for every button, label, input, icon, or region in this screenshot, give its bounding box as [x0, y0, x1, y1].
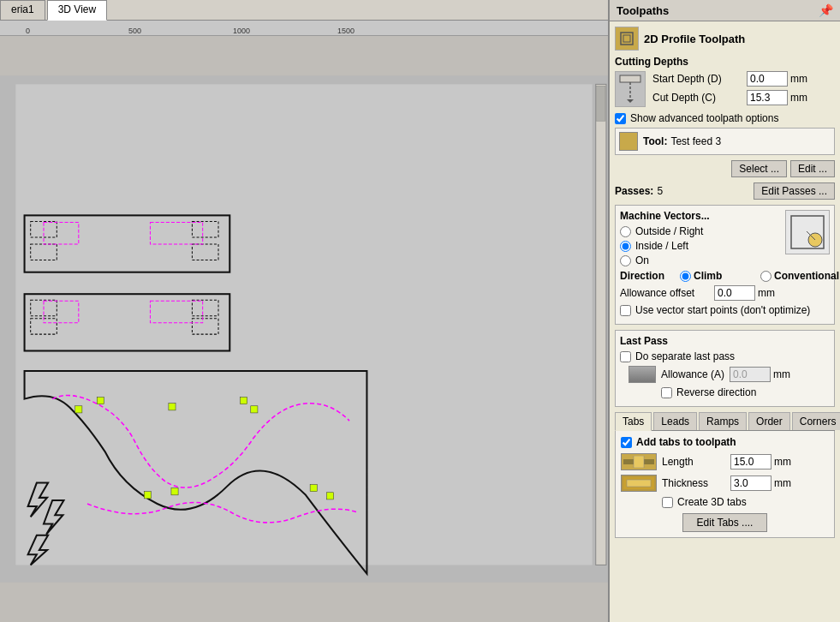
ruler-marks: 0 500 1000 1500 — [26, 21, 608, 35]
thickness-input[interactable] — [730, 475, 771, 491]
outside-right-radio[interactable] — [620, 226, 631, 237]
tab-ramps[interactable]: Ramps — [699, 412, 747, 430]
svg-rect-23 — [310, 485, 317, 492]
tool-label: Tool: — [643, 135, 667, 147]
canvas-area — [0, 36, 608, 622]
length-label: Length — [662, 456, 730, 468]
edit-tool-button[interactable]: Edit ... — [790, 160, 835, 177]
last-pass-section: Last Pass Do separate last pass Allowanc… — [615, 330, 835, 407]
length-row: Length mm — [621, 453, 829, 470]
create-3d-checkbox[interactable] — [662, 497, 673, 508]
svg-rect-26 — [597, 86, 605, 121]
svg-rect-25 — [596, 84, 606, 565]
passes-value: 5 — [657, 185, 663, 197]
ruler-mark-0: 0 — [26, 27, 30, 35]
panel-title: Toolpaths — [617, 4, 669, 17]
climb-option: Climb — [680, 270, 754, 282]
tool-buttons: Select ... Edit ... — [615, 160, 835, 177]
cutting-depths-title: Cutting Depths — [615, 56, 835, 68]
profile-header: 2D Profile Toolpath — [615, 27, 835, 51]
tab-leads[interactable]: Leads — [653, 412, 697, 430]
panel-header: Toolpaths 📌 — [610, 0, 840, 21]
outside-right-row: Outside / Right — [620, 225, 778, 237]
start-depth-label: Start Depth (D) — [652, 73, 747, 85]
profile-toolpath-icon — [615, 27, 639, 51]
passes-row: Passes: 5 Edit Passes ... — [615, 182, 835, 200]
allowance-offset-label: Allowance offset — [620, 287, 714, 299]
last-pass-icon — [629, 366, 656, 383]
on-radio[interactable] — [620, 255, 631, 266]
add-tabs-checkbox[interactable] — [621, 437, 632, 448]
outside-right-label: Outside / Right — [635, 225, 703, 237]
svg-rect-22 — [144, 492, 151, 499]
svg-rect-36 — [634, 456, 644, 468]
bottom-tabs: Tabs Leads Ramps Order Corners — [615, 412, 835, 431]
on-row: On — [620, 254, 830, 266]
show-advanced-checkbox[interactable] — [615, 113, 626, 124]
cutting-depths-section: Start Depth (D) mm Cut Depth (C) mm — [615, 71, 835, 109]
last-pass-allowance-input[interactable] — [730, 367, 771, 382]
tab-tabs[interactable]: Tabs — [615, 412, 652, 431]
svg-rect-29 — [620, 75, 640, 82]
edit-tabs-button[interactable]: Edit Tabs .... — [682, 513, 768, 532]
inside-left-radio[interactable] — [620, 241, 631, 252]
svg-rect-38 — [627, 480, 651, 487]
tab-eria1[interactable]: eria1 — [0, 0, 45, 20]
svg-rect-21 — [171, 488, 178, 495]
cut-depth-label: Cut Depth (C) — [652, 92, 747, 104]
tab-3d-view[interactable]: 3D View — [47, 0, 107, 21]
pin-icon[interactable]: 📌 — [819, 3, 833, 17]
cutting-depths-icon — [615, 71, 646, 107]
thickness-row: Thickness mm — [621, 475, 829, 492]
use-vector-start-row: Use vector start points (don't optimize) — [620, 304, 830, 316]
length-icon-svg — [623, 456, 654, 468]
machine-preview — [785, 210, 830, 254]
create-3d-label: Create 3D tabs — [677, 496, 747, 508]
edit-passes-button[interactable]: Edit Passes ... — [754, 182, 835, 200]
machine-vectors-section: Machine Vectors... Outside / Right Insid… — [615, 205, 835, 325]
allowance-offset-input[interactable] — [714, 285, 755, 301]
tab-order[interactable]: Order — [748, 412, 790, 430]
last-pass-title: Last Pass — [620, 335, 830, 347]
cut-depth-input[interactable] — [747, 90, 788, 105]
ruler-mark-1500: 1500 — [337, 27, 354, 35]
allowance-unit: mm — [758, 287, 775, 299]
length-input[interactable] — [730, 454, 771, 469]
tab-corners[interactable]: Corners — [792, 412, 840, 430]
create-3d-row: Create 3D tabs — [662, 496, 829, 508]
thickness-unit: mm — [774, 477, 791, 489]
show-advanced-label: Show advanced toolpath options — [630, 112, 778, 124]
svg-rect-19 — [241, 398, 247, 404]
climb-label: Climb — [694, 270, 754, 282]
start-depth-row: Start Depth (D) mm — [652, 71, 807, 87]
svg-rect-20 — [251, 406, 258, 413]
direction-row: Direction Climb Conventional — [620, 270, 830, 282]
drawing-canvas — [0, 36, 608, 622]
direction-label: Direction — [620, 270, 680, 282]
right-panel: Toolpaths 📌 2D Profile Toolpath Cutting … — [608, 0, 840, 622]
use-vector-start-checkbox[interactable] — [620, 305, 631, 316]
reverse-direction-checkbox[interactable] — [661, 387, 672, 398]
passes-label: Passes: — [615, 185, 653, 197]
last-pass-inner: Allowance (A) mm Reverse direction — [620, 366, 830, 398]
do-separate-checkbox[interactable] — [620, 351, 631, 362]
select-button[interactable]: Select ... — [731, 160, 787, 177]
left-panel: eria1 3D View 0 500 1000 1500 — [0, 0, 608, 622]
cut-depth-unit: mm — [790, 92, 807, 104]
conventional-radio[interactable] — [760, 271, 771, 282]
last-pass-allowance-label: Allowance (A) — [661, 368, 730, 380]
svg-rect-28 — [623, 35, 630, 42]
last-pass-allowance-row: Allowance (A) mm — [629, 366, 830, 383]
add-tabs-row: Add tabs to toolpath — [621, 436, 829, 448]
climb-radio[interactable] — [680, 271, 691, 282]
cut-depth-row: Cut Depth (C) mm — [652, 90, 807, 105]
depth-icon-svg — [618, 74, 642, 105]
start-depth-input[interactable] — [747, 71, 788, 87]
tool-icon — [619, 132, 638, 151]
profile-icon-svg — [618, 30, 635, 47]
horizontal-ruler: 0 500 1000 1500 — [0, 21, 608, 36]
ruler-mark-1000: 1000 — [233, 27, 250, 35]
thickness-label: Thickness — [662, 477, 730, 489]
tabs-bar: eria1 3D View — [0, 0, 608, 21]
do-separate-label: Do separate last pass — [635, 350, 735, 362]
